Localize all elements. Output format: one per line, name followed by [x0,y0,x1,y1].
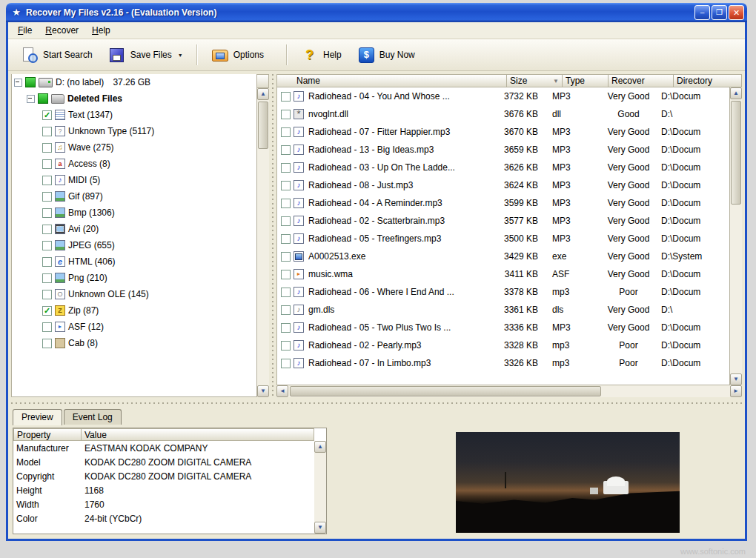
scroll-left-icon[interactable]: ◄ [276,385,288,397]
scroll-up-icon[interactable]: ▲ [314,441,326,453]
tree-item-filetype[interactable]: Cab (8) [12,335,256,351]
property-row[interactable]: Manufacturer EASTMAN KODAK COMPANY [13,441,314,455]
column-header-type[interactable]: Type [563,74,609,87]
column-header-property[interactable]: Property [13,428,82,441]
scroll-right-icon[interactable]: ► [730,385,742,397]
tree-item-filetype[interactable]: Zip (87) [12,302,256,319]
save-files-dropdown-icon[interactable]: ▼ [178,53,183,58]
tree-item-filetype[interactable]: MIDI (5) [12,172,256,188]
file-checkbox[interactable] [281,110,291,119]
property-row[interactable]: Copyright KODAK DC280 ZOOM DIGITAL CAMER… [13,469,314,483]
horizontal-splitter[interactable] [11,399,742,408]
column-header-size[interactable]: Size▼ [507,74,563,87]
file-checkbox[interactable] [281,145,291,155]
menu-item[interactable]: Help [85,23,117,38]
filetype-checkbox[interactable] [42,192,52,202]
tree-scrollbar[interactable]: ▲ ▼ [257,88,269,397]
filetype-checkbox[interactable] [42,339,52,348]
filetype-checkbox[interactable] [42,225,52,234]
vertical-splitter[interactable] [269,74,276,397]
start-search-button[interactable]: Start Search [14,44,99,66]
property-row[interactable]: Height 1168 [13,483,314,497]
buy-now-button[interactable]: Buy Now [351,44,422,66]
file-checkbox[interactable] [281,305,291,315]
save-files-button[interactable]: Save Files ▼ [102,44,190,66]
filetype-checkbox[interactable] [42,322,52,332]
file-row[interactable]: Radiohead - 04 - You And Whose ... 3732 … [277,87,729,105]
filetype-checkbox[interactable] [42,110,52,120]
file-row[interactable]: Radiohead - 02 - Pearly.mp3 3328 KB mp3 … [277,336,729,354]
tree-item-filetype[interactable]: Text (1347) [12,107,256,123]
file-list-vertical-scrollbar[interactable]: ▲ ▼ [730,87,742,385]
file-row[interactable]: Radiohead - 02 - Scatterbrain.mp3 3577 K… [277,212,729,230]
file-checkbox[interactable] [281,216,291,226]
filetype-checkbox[interactable] [42,273,52,283]
file-row[interactable]: Radiohead - 05 - Two Plus Two Is ... 333… [277,319,729,336]
folder-state-icon[interactable] [38,93,48,104]
menu-item[interactable]: File [11,23,39,38]
menu-item[interactable]: Recover [39,23,85,38]
help-button[interactable]: Help [294,44,348,66]
property-row[interactable]: Model KODAK DC280 ZOOM DIGITAL CAMERA [13,455,314,469]
file-row[interactable]: Radiohead - 03 - Up On The Ladde... 3626… [277,159,729,176]
close-button[interactable]: ✕ [729,5,744,20]
scroll-up-icon[interactable]: ▲ [730,87,742,99]
file-row[interactable]: Radiohead - 07 - Fitter Happier.mp3 3670… [277,123,729,141]
file-row[interactable]: gm.dls 3361 KB dls Very Good D:\ [277,301,729,319]
property-row[interactable]: Width 1760 [13,497,314,511]
file-row[interactable]: Radiohead - 06 - Where I End And ... 337… [277,283,729,301]
tab[interactable]: Preview [13,409,62,425]
tree-item-filetype[interactable]: HTML (406) [12,253,256,270]
filetype-checkbox[interactable] [42,241,52,250]
filetype-checkbox[interactable] [42,208,52,218]
property-row[interactable]: Color 24-bit (YCbCr) [13,511,314,525]
column-header-directory[interactable]: Directory [674,74,742,87]
file-row[interactable]: music.wma 3411 KB ASF Very Good D:\Docum [277,265,729,283]
scrollbar-thumb[interactable] [731,101,741,205]
filetype-checkbox[interactable] [42,306,52,316]
tree-item-filetype[interactable]: Unknown OLE (145) [12,286,256,302]
file-checkbox[interactable] [281,323,291,333]
scrollbar-thumb[interactable] [258,102,268,149]
tree-item-filetype[interactable]: Png (210) [12,270,256,286]
file-checkbox[interactable] [281,341,291,351]
scrollbar-thumb[interactable] [290,386,601,396]
drive-state-icon[interactable] [25,77,36,87]
file-row[interactable]: A0002513.exe 3429 KB exe Very Good D:\Sy… [277,248,729,265]
file-checkbox[interactable] [281,270,291,279]
scroll-up-icon[interactable]: ▲ [257,88,269,100]
maximize-button[interactable]: ❐ [712,5,727,20]
scroll-down-icon[interactable]: ▼ [314,522,326,534]
properties-scrollbar[interactable]: ▲ ▼ [314,441,326,534]
tree-item-filetype[interactable]: Bmp (1306) [12,205,256,221]
file-row[interactable]: Radiohead - 07 - In Limbo.mp3 3326 KB mp… [277,354,729,372]
filetype-checkbox[interactable] [42,257,52,267]
collapse-icon[interactable] [14,79,22,87]
collapse-icon[interactable] [27,95,35,103]
filetype-checkbox[interactable] [42,159,52,169]
column-header-recover[interactable]: Recover [609,74,674,87]
file-row[interactable]: Radiohead - 05 - Treefingers.mp3 3500 KB… [277,230,729,248]
tree-item-filetype[interactable]: Wave (275) [12,139,256,156]
tree-item-filetype[interactable]: JPEG (655) [12,237,256,253]
file-list-horizontal-scrollbar[interactable]: ◄ ► [276,385,742,397]
file-checkbox[interactable] [281,288,291,297]
tree-item-filetype[interactable]: ASF (12) [12,319,256,335]
file-checkbox[interactable] [281,163,291,173]
file-row[interactable]: Radiohead - 13 - Big Ideas.mp3 3659 KB M… [277,141,729,159]
tree-item-filetype[interactable]: Access (8) [12,156,256,172]
tree-item-filetype[interactable]: Gif (897) [12,188,256,205]
tree-item-filetype[interactable]: Avi (20) [12,221,256,237]
file-checkbox[interactable] [281,92,291,102]
minimize-button[interactable]: – [694,5,710,20]
scroll-down-icon[interactable]: ▼ [257,385,269,397]
scroll-down-icon[interactable]: ▼ [730,373,742,385]
options-button[interactable]: Options [205,44,271,66]
file-checkbox[interactable] [281,181,291,190]
file-row[interactable]: Radiohead - 04 - A Reminder.mp3 3599 KB … [277,194,729,212]
tree-item-drive[interactable]: D: (no label) 37.26 GB [12,74,256,90]
filetype-checkbox[interactable] [42,127,52,136]
file-row[interactable]: Radiohead - 08 - Just.mp3 3624 KB MP3 Ve… [277,176,729,194]
file-checkbox[interactable] [281,359,291,368]
file-checkbox[interactable] [281,199,291,208]
